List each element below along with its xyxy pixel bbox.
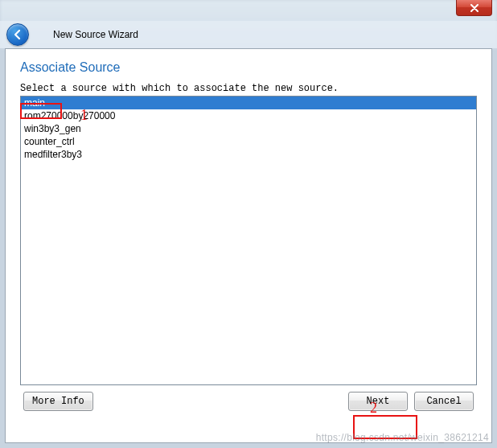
list-item[interactable]: counter_ctrl xyxy=(21,135,476,148)
list-item-label: counter_ctrl xyxy=(24,136,75,147)
wizard-title-bar: New Source Wizard xyxy=(0,21,497,48)
panel-heading: Associate Source xyxy=(20,60,477,75)
list-item[interactable]: rom270000by270000 xyxy=(21,109,476,122)
button-row: More Info Next Cancel xyxy=(20,392,477,416)
panel-content: Associate Source Select a source with wh… xyxy=(6,49,491,442)
panel-instruction: Select a source with which to associate … xyxy=(20,83,477,94)
list-item[interactable]: medfilter3by3 xyxy=(21,148,476,161)
list-item-label: medfilter3by3 xyxy=(24,149,82,160)
list-item[interactable]: main xyxy=(21,97,476,109)
list-item-label: win3by3_gen xyxy=(24,123,81,134)
list-item-label: main xyxy=(24,97,45,109)
back-arrow-icon xyxy=(12,29,23,40)
list-item-label: rom270000by270000 xyxy=(24,110,115,121)
wizard-panel: Associate Source Select a source with wh… xyxy=(5,48,492,443)
next-button[interactable]: Next xyxy=(348,392,408,411)
back-button[interactable] xyxy=(6,23,29,46)
wizard-title: New Source Wizard xyxy=(53,29,138,40)
cancel-button[interactable]: Cancel xyxy=(414,392,474,411)
close-button[interactable] xyxy=(456,0,492,16)
close-icon xyxy=(470,4,479,12)
source-list[interactable]: main rom270000by270000 win3by3_gen count… xyxy=(20,96,477,385)
more-info-button[interactable]: More Info xyxy=(23,392,93,411)
list-item[interactable]: win3by3_gen xyxy=(21,122,476,135)
